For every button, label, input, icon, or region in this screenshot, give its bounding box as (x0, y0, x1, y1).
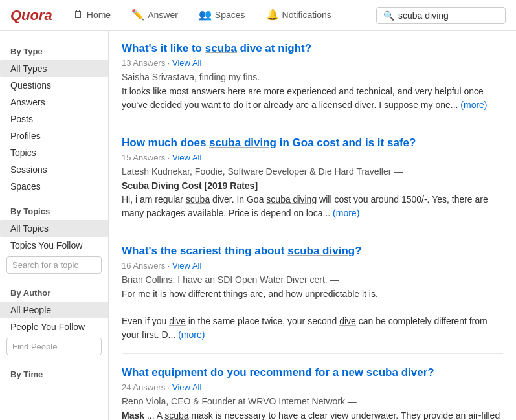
sidebar-item-answers[interactable]: Answers (0, 94, 108, 111)
home-icon: 🗒 (73, 9, 84, 21)
sidebar-item-posts[interactable]: Posts (0, 111, 108, 127)
nav-home[interactable]: 🗒 Home (65, 0, 118, 31)
result-author: Saisha Srivastava, finding my fins. (122, 72, 503, 82)
logo[interactable]: Quora (10, 7, 52, 24)
sidebar-item-all-topics[interactable]: All Topics (0, 220, 108, 237)
sidebar-item-questions[interactable]: Questions (0, 77, 108, 94)
sidebar-item-all-people[interactable]: All People (0, 302, 108, 318)
result-body: Scuba Diving Cost [2019 Rates] Hi, i am … (122, 179, 503, 220)
view-all-link[interactable]: View All (172, 153, 201, 162)
sidebar-item-spaces[interactable]: Spaces (0, 178, 108, 195)
search-bar: 🔍 (376, 7, 506, 24)
result-meta: 16 Answers · View All (122, 261, 503, 271)
nav-answer[interactable]: ✏️ Answer (124, 0, 186, 31)
answer-icon: ✏️ (131, 8, 144, 21)
by-type-title: By Type (0, 41, 108, 60)
result-title[interactable]: What's the scariest thing about scuba di… (122, 244, 503, 258)
result-meta: 15 Answers · View All (122, 153, 503, 162)
find-people-input[interactable] (6, 338, 102, 355)
sidebar-item-all-types[interactable]: All Types (0, 60, 108, 77)
main-layout: By Type All Types Questions Answers Post… (0, 31, 516, 420)
by-time-title: By Time (0, 364, 108, 383)
more-link[interactable]: (more) (178, 329, 205, 340)
by-topics-title: By Topics (0, 201, 108, 220)
search-input[interactable] (398, 10, 495, 21)
notifications-icon: 🔔 (266, 8, 279, 21)
sidebar-item-topics-you-follow[interactable]: Topics You Follow (0, 237, 108, 254)
more-link[interactable]: (more) (460, 100, 487, 110)
result-body: Mask ... A scuba mask is necessary to ha… (122, 409, 503, 420)
nav-notifications[interactable]: 🔔 Notifications (258, 0, 339, 31)
result-meta: 24 Answers · View All (122, 382, 503, 392)
search-icon: 🔍 (383, 10, 394, 21)
more-link[interactable]: (more) (333, 208, 359, 218)
content: What's it like to scuba dive at night? 1… (109, 31, 516, 420)
result-title[interactable]: What's it like to scuba dive at night? (122, 41, 503, 56)
search-topic-input[interactable] (6, 256, 102, 274)
header: Quora 🗒 Home ✏️ Answer 👥 Spaces 🔔 Notifi… (0, 0, 516, 31)
result-author: Latesh Kudnekar, Foodie, Software Develo… (122, 166, 503, 177)
nav-spaces[interactable]: 👥 Spaces (191, 0, 253, 31)
result-item: What's it like to scuba dive at night? 1… (122, 41, 503, 124)
result-meta: 13 Answers · View All (122, 58, 503, 68)
result-title[interactable]: What equipment do you recommend for a ne… (122, 366, 503, 380)
result-item: How much does scuba diving in Goa cost a… (122, 136, 503, 232)
view-all-link[interactable]: View All (172, 382, 201, 392)
result-title[interactable]: How much does scuba diving in Goa cost a… (122, 136, 503, 150)
sidebar-item-topics[interactable]: Topics (0, 144, 108, 161)
sidebar-item-people-you-follow[interactable]: People You Follow (0, 318, 108, 335)
sidebar: By Type All Types Questions Answers Post… (0, 31, 109, 420)
result-item: What's the scariest thing about scuba di… (122, 244, 503, 354)
result-body: It looks like most answers here are more… (122, 85, 503, 112)
view-all-link[interactable]: View All (172, 261, 201, 271)
result-author: Reno Viola, CEO & Founder at WRVO Intern… (122, 396, 503, 406)
result-body: For me it is how different things are, a… (122, 287, 503, 342)
sidebar-item-sessions[interactable]: Sessions (0, 161, 108, 178)
result-author: Brian Collins, I have an SDI Open Water … (122, 274, 503, 285)
result-item: What equipment do you recommend for a ne… (122, 366, 503, 420)
spaces-icon: 👥 (199, 8, 212, 21)
by-author-title: By Author (0, 283, 108, 302)
sidebar-item-profiles[interactable]: Profiles (0, 127, 108, 144)
view-all-link[interactable]: View All (172, 58, 201, 68)
